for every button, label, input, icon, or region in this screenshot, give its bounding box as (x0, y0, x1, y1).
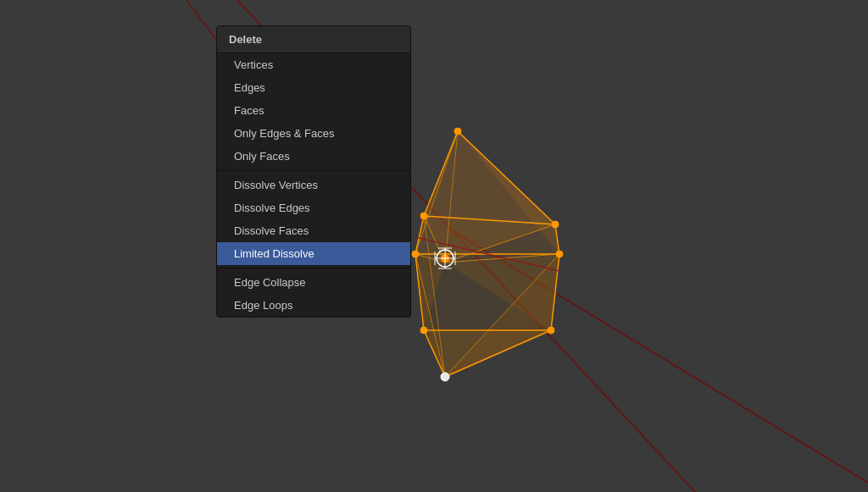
menu-item-dissolve-faces[interactable]: Dissolve Faces (217, 219, 410, 242)
context-menu: Delete Vertices Edges Faces Only Edges &… (216, 25, 411, 318)
menu-item-only-faces[interactable]: Only Faces (217, 145, 410, 168)
menu-item-faces[interactable]: Faces (217, 99, 410, 122)
separator-1 (217, 170, 410, 171)
separator-2 (217, 268, 410, 268)
menu-item-limited-dissolve[interactable]: Limited Dissolve (217, 242, 410, 265)
menu-item-dissolve-edges[interactable]: Dissolve Edges (217, 196, 410, 219)
viewport (0, 0, 868, 492)
menu-item-only-edges-faces[interactable]: Only Edges & Faces (217, 122, 410, 145)
menu-item-vertices[interactable]: Vertices (217, 53, 410, 76)
menu-title: Delete (217, 26, 410, 53)
menu-item-edge-collapse[interactable]: Edge Collapse (217, 271, 410, 294)
menu-item-dissolve-vertices[interactable]: Dissolve Vertices (217, 174, 410, 196)
menu-item-edges[interactable]: Edges (217, 76, 410, 99)
menu-item-edge-loops[interactable]: Edge Loops (217, 294, 410, 317)
